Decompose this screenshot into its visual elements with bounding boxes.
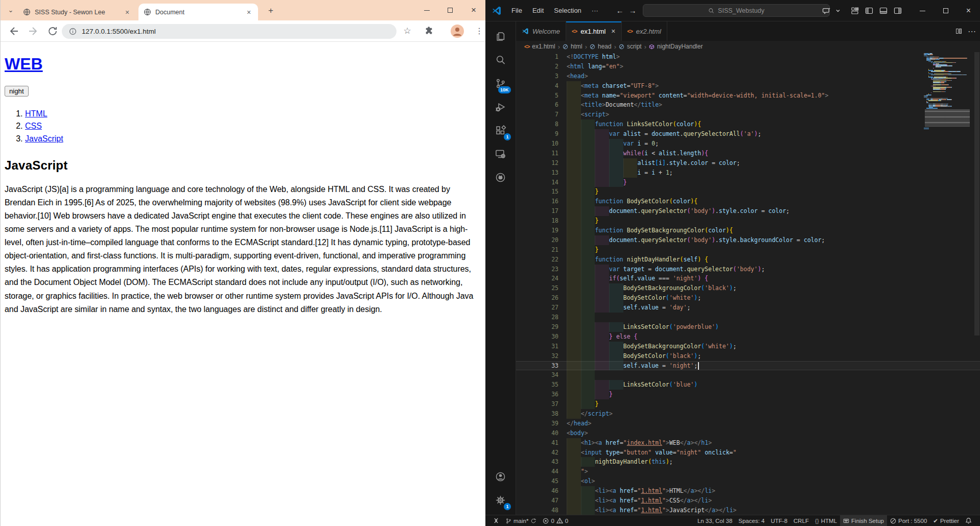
bookmark-star-icon[interactable]: ☆ [401,25,413,37]
profile-avatar[interactable] [451,25,464,38]
code-line-12[interactable]: 12alist[i].style.color = color; [516,158,980,168]
code-line-47[interactable]: 47<li><a href="1.html">CSS</a></li> [516,496,980,506]
menu-file[interactable]: File [507,5,527,16]
code-line-26[interactable]: 26BodySetColor('white'); [516,293,980,303]
extensions-puzzle-icon[interactable] [424,25,436,37]
breadcrumb-html[interactable]: html [571,43,582,50]
code-line-21[interactable]: 21} [516,245,980,255]
toggle-secondary-sidebar-icon[interactable] [891,4,905,17]
code-line-42[interactable]: 42<input type="button" value="night" onc… [516,448,980,458]
code-line-14[interactable]: 14} [516,178,980,187]
nav-back-icon[interactable]: ← [616,6,624,15]
breadcrumb-function[interactable]: nightDayHandler [657,43,703,50]
forward-button[interactable] [27,25,39,37]
code-line-48[interactable]: 48<li><a href="1.html">JavaScript</a></l… [516,506,980,515]
cursor-position[interactable]: Ln 33, Col 38 [694,515,735,526]
code-line-38[interactable]: 38</script> [516,409,980,419]
code-line-37[interactable]: 37} [516,399,980,409]
tab-search-button[interactable]: ⌄ [5,5,17,17]
explorer-icon[interactable] [488,25,513,48]
code-line-16[interactable]: 16function BodySetColor(color){ [516,197,980,206]
new-tab-button[interactable]: + [265,5,276,16]
code-line-19[interactable]: 19function BodySetBackgroungColor(color)… [516,226,980,235]
code-line-10[interactable]: 10var i = 0; [516,139,980,149]
editor-more-actions-icon[interactable]: ⋯ [968,27,976,36]
language-mode[interactable]: {}HTML [812,515,840,526]
code-line-22[interactable]: 22function nightDayHandler(self) { [516,255,980,265]
toggle-sidebar-icon[interactable] [862,4,876,17]
code-line-6[interactable]: 6<title>Document</title> [516,100,980,110]
copilot-chat-icon[interactable] [819,4,833,17]
notifications-bell-icon[interactable] [962,515,975,526]
prettier-status[interactable]: ✔Prettier [930,515,962,526]
code-line-25[interactable]: 25BodySetBackgroungColor('black'); [516,283,980,293]
vscode-minimize-button[interactable] [911,0,934,21]
code-line-9[interactable]: 9var alist = document.querySelectorAll('… [516,129,980,139]
accounts-icon[interactable] [488,465,513,488]
code-line-8[interactable]: 8function LinksSetColor(color){ [516,119,980,129]
source-control-icon[interactable]: 10K [488,71,513,95]
code-editor[interactable]: 1<!DOCTYPE html>2<html lang="en">3<head>… [516,52,980,515]
browser-minimize-button[interactable] [415,0,438,20]
browser-menu-icon[interactable]: ⋮ [473,25,485,37]
code-line-36[interactable]: 36} [516,390,980,399]
night-mode-button[interactable]: night [5,86,29,97]
extensions-icon[interactable]: 1 [488,118,513,142]
split-editor-icon[interactable] [956,29,962,34]
browser-maximize-button[interactable] [438,0,462,20]
browser-tab-document[interactable]: Document × [138,4,258,20]
search-icon[interactable] [488,48,513,71]
code-line-7[interactable]: 7<script> [516,110,980,119]
close-tab-icon[interactable]: × [245,8,253,16]
code-line-29[interactable]: 29LinksSetColor('powderblue') [516,322,980,332]
code-line-30[interactable]: 30} else { [516,332,980,342]
css-link[interactable]: CSS [25,122,42,130]
code-line-40[interactable]: 40<body> [516,428,980,438]
browser-close-button[interactable]: × [462,0,485,20]
code-line-13[interactable]: 13i = i + 1; [516,168,980,178]
web-home-link[interactable]: WEB [5,55,43,73]
code-line-27[interactable]: 27self.value = 'day'; [516,303,980,313]
code-line-46[interactable]: 46<li><a href="1.html">HTML</a></li> [516,486,980,496]
code-line-39[interactable]: 39</head> [516,419,980,428]
code-line-35[interactable]: 35LinksSetColor('blue') [516,380,980,390]
eol-setting[interactable]: CRLF [790,515,812,526]
code-line-33[interactable]: 33self.value = 'night'; [516,361,980,371]
code-line-3[interactable]: 3<head> [516,71,980,81]
menu-more[interactable]: ··· [587,5,603,16]
breadcrumb-head[interactable]: head [598,43,612,50]
indentation-setting[interactable]: Spaces: 4 [735,515,767,526]
code-line-15[interactable]: 15} [516,187,980,197]
encoding-setting[interactable]: UTF-8 [767,515,790,526]
toggle-panel-icon[interactable] [876,4,891,17]
code-line-5[interactable]: 5<meta name="viewport" content="width=de… [516,91,980,101]
problems-status[interactable]: 0 0 [540,515,571,526]
code-line-20[interactable]: 20document.querySelector('body').style.b… [516,235,980,245]
code-line-43[interactable]: 43nightDayHandler(this); [516,457,980,467]
remote-explorer-icon[interactable] [488,142,513,165]
code-line-34[interactable]: 34 [516,370,980,380]
reload-button[interactable] [46,25,59,37]
code-line-24[interactable]: 24if(self.value === 'night') { [516,274,980,283]
tab-welcome[interactable]: Welcome [516,21,566,41]
tab-ex2-html[interactable]: <> ex2.html [622,21,667,41]
git-branch-status[interactable]: main* [502,515,540,526]
code-line-4[interactable]: 4<meta charset="UTF-8"> [516,81,980,91]
menu-edit[interactable]: Edit [528,5,548,16]
address-bar[interactable]: 127.0.0.1:5500/ex1.html [62,24,396,39]
breadcrumb-file[interactable]: ex1.html [532,43,555,50]
code-line-2[interactable]: 2<html lang="en"> [516,62,980,71]
customize-layout-icon[interactable] [848,4,862,17]
breadcrumb-script[interactable]: script [627,43,642,50]
code-line-23[interactable]: 23var target = document.querySelector('b… [516,265,980,274]
code-line-45[interactable]: 45<ol> [516,476,980,486]
code-line-41[interactable]: 41<h1><a href="index.html">WEB</a></h1> [516,438,980,448]
tab-ex1-html[interactable]: <> ex1.html × [566,21,622,41]
settings-gear-icon[interactable]: 1 [488,488,513,512]
finish-setup-button[interactable]: Finish Setup [840,515,887,526]
code-line-44[interactable]: 44"> [516,467,980,476]
remote-indicator[interactable] [489,515,502,526]
github-icon[interactable] [488,165,513,189]
javascript-link[interactable]: JavaScript [25,134,63,143]
close-tab-icon[interactable]: × [611,27,615,35]
